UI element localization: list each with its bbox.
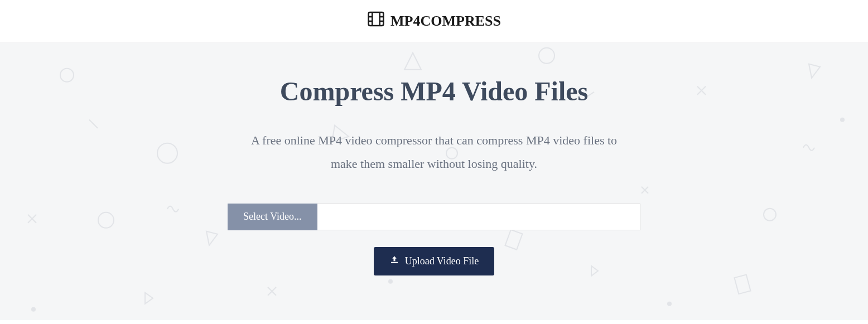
svg-point-22 bbox=[841, 118, 844, 122]
svg-point-8 bbox=[539, 48, 554, 64]
svg-marker-14 bbox=[809, 64, 820, 78]
site-header: MP4COMPRESS bbox=[0, 0, 868, 42]
svg-point-7 bbox=[60, 69, 74, 82]
select-video-label: Select Video... bbox=[243, 211, 302, 223]
file-selector-row: Select Video... bbox=[228, 204, 640, 230]
upload-label: Upload Video File bbox=[405, 255, 479, 267]
upload-video-button[interactable]: Upload Video File bbox=[374, 247, 495, 275]
svg-rect-18 bbox=[734, 274, 750, 294]
svg-point-21 bbox=[668, 302, 671, 306]
upload-icon bbox=[389, 255, 399, 268]
svg-rect-0 bbox=[369, 12, 384, 26]
svg-marker-13 bbox=[404, 53, 421, 70]
film-icon bbox=[367, 10, 385, 32]
svg-rect-25 bbox=[391, 262, 398, 263]
svg-point-10 bbox=[157, 143, 177, 163]
hero-content: Compress MP4 Video Files A free online M… bbox=[222, 76, 646, 275]
page-subtitle: A free online MP4 video compressor that … bbox=[239, 129, 629, 176]
hero-section: Compress MP4 Video Files A free online M… bbox=[0, 42, 868, 320]
svg-point-20 bbox=[389, 280, 392, 283]
svg-point-19 bbox=[32, 308, 35, 311]
svg-marker-15 bbox=[206, 231, 218, 245]
brand-text: MP4COMPRESS bbox=[390, 13, 501, 30]
file-path-input[interactable] bbox=[317, 204, 640, 230]
svg-point-9 bbox=[764, 209, 776, 221]
svg-point-12 bbox=[98, 212, 114, 228]
svg-line-23 bbox=[89, 120, 98, 128]
brand-link[interactable]: MP4COMPRESS bbox=[367, 10, 501, 32]
page-title: Compress MP4 Video Files bbox=[222, 76, 646, 107]
select-video-button[interactable]: Select Video... bbox=[228, 204, 317, 230]
